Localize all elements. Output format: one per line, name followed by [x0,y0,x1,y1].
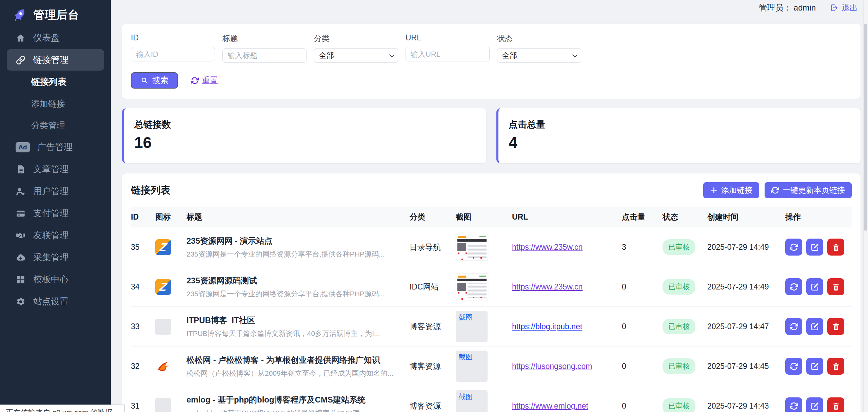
link-category: 目录导航 [410,242,456,252]
refresh-link-button[interactable] [785,239,802,256]
app-title: 管理后台 [33,7,79,23]
site-favicon-placeholder [155,398,171,412]
edit-link-button[interactable] [806,358,823,375]
status-badge: 已审核 [663,239,695,255]
site-favicon: Z [155,279,171,295]
logout-icon [830,3,839,12]
sidebar-item-link-management[interactable]: 链接管理 [7,49,104,71]
chevron-down-icon [389,52,395,58]
category-select[interactable]: 全部 [314,48,398,63]
sidebar-item-payment-management[interactable]: 支付管理 [7,203,104,224]
link-url[interactable]: https://www.235w.cn [512,243,583,251]
url-input[interactable] [406,47,490,61]
sidebar-item-ad-management[interactable]: Ad广告管理 [7,136,104,158]
sidebar-item-site-settings[interactable]: 站点设置 [7,291,104,312]
link-description: 235资源网是一个专业的网络资源分享平台,提供各种PHP源码... [186,249,401,259]
sidebar-item-category-management[interactable]: 分类管理 [7,115,104,136]
column-header: 点击量 [622,212,663,222]
delete-link-button[interactable] [827,397,844,412]
site-screenshot [456,234,488,260]
link-url[interactable]: https://www.235w.cn [512,282,583,291]
link-clicks: 0 [622,282,663,292]
filter-label: 状态 [497,33,581,44]
reset-button[interactable]: 重置 [191,75,218,86]
link-id: 35 [131,243,155,252]
stat-label: 点击总量 [509,118,850,131]
rocket-icon [12,7,28,23]
refresh-link-button[interactable] [785,358,802,375]
scrollbar-thumb[interactable] [864,24,867,231]
column-header: 状态 [663,212,707,222]
sidebar-item-article-management[interactable]: 文章管理 [7,158,104,180]
table-row: 35 Z 235资源网网 - 演示站点 235资源网是一个专业的网络资源分享平台… [131,227,852,267]
link-category: IDC网站 [410,282,456,292]
handshake-icon [16,230,26,241]
sidebar-item-link-list[interactable]: 链接列表 [7,71,104,92]
sidebar-item-collection-management[interactable]: 采集管理 [7,247,104,268]
table-row: 31 emlog - 基于php的blog博客程序及CMS建站系统 emlog是… [131,386,852,412]
logout-button[interactable]: 退出 [830,2,858,13]
link-icon [16,55,26,65]
filter-label: 标题 [222,33,307,44]
card-icon [16,208,26,219]
link-url[interactable]: https://www.emlog.net [512,401,588,410]
site-favicon [155,358,171,374]
stats-row: 总链接数16点击总量4 [122,108,861,163]
title-input[interactable] [222,48,307,63]
column-header: 图标 [155,212,186,222]
chevron-down-icon [572,52,578,58]
sidebar-item-friendlink-management[interactable]: 友联管理 [7,225,104,246]
refresh-link-button[interactable] [785,397,802,412]
link-description: 235资源网是一个专业的网络资源分享平台,提供各种PHP源码... [186,289,401,299]
edit-link-button[interactable] [806,278,823,295]
link-clicks: 0 [622,401,663,411]
id-input[interactable] [131,47,215,61]
delete-link-button[interactable] [827,239,844,256]
table-row: 33 ITPUB博客_IT社区 ITPUB博客每天千篇余篇博文新资讯，40多万活… [131,307,852,347]
table-header-row: ID图标标题分类截图URL点击量状态创建时间操作 [131,207,852,227]
refresh-icon [771,186,779,194]
browser-status-bar: 正在传输来自 s0.wp.com 的数据... [0,405,125,412]
site-favicon: Z [155,239,171,255]
sidebar-item-dashboard[interactable]: 仪表盘 [7,27,104,49]
sidebar-item-template-center[interactable]: 模板中心 [7,269,104,290]
column-header: 分类 [410,212,456,222]
column-header: 操作 [785,212,852,222]
add-link-button[interactable]: 添加链接 [703,182,759,198]
filter-actions: 搜索 重置 [131,72,852,89]
search-icon [140,76,149,85]
main-content: ID标题分类全部URL状态全部 搜索 重置 总链接数16点击总量4 链接列表 添… [111,16,868,412]
delete-link-button[interactable] [827,358,844,375]
status-badge: 已审核 [663,358,695,374]
update-page-links-button[interactable]: 一键更新本页链接 [765,182,852,198]
column-header: URL [512,212,622,222]
scrollbar-track[interactable] [863,0,868,412]
refresh-icon [191,77,199,85]
broken-screenshot: 截图 [456,311,488,342]
link-id: 31 [131,401,155,411]
refresh-link-button[interactable] [785,278,802,295]
status-select[interactable]: 全部 [497,48,581,63]
link-created-time: 2025-07-29 14:45 [707,362,785,371]
sidebar: 管理后台 仪表盘链接管理链接列表添加链接分类管理Ad广告管理文章管理用户管理支付… [0,0,111,412]
gear-icon [16,297,26,307]
filter-label: ID [131,33,215,42]
link-created-time: 2025-07-29 14:49 [707,282,785,292]
search-button[interactable]: 搜索 [131,72,178,89]
link-url[interactable]: https://lusongsong.com [512,362,592,371]
link-description: emlog是一款基于PHP和MySQL的轻量级博客及CMS建... [186,408,401,412]
edit-link-button[interactable] [806,397,823,412]
delete-link-button[interactable] [827,278,844,295]
link-category: 博客资源 [410,321,456,332]
refresh-link-button[interactable] [785,318,802,335]
delete-link-button[interactable] [827,318,844,335]
link-clicks: 0 [622,322,663,331]
sidebar-item-user-management[interactable]: 用户管理 [7,181,104,202]
edit-link-button[interactable] [806,239,823,256]
link-title: 235资源网网 - 演示站点 [186,236,401,246]
column-header: 截图 [456,212,512,222]
link-url[interactable]: https://blog.itpub.net [512,322,582,331]
sidebar-item-add-link[interactable]: 添加链接 [7,93,104,114]
link-clicks: 0 [622,362,663,371]
edit-link-button[interactable] [806,318,823,335]
